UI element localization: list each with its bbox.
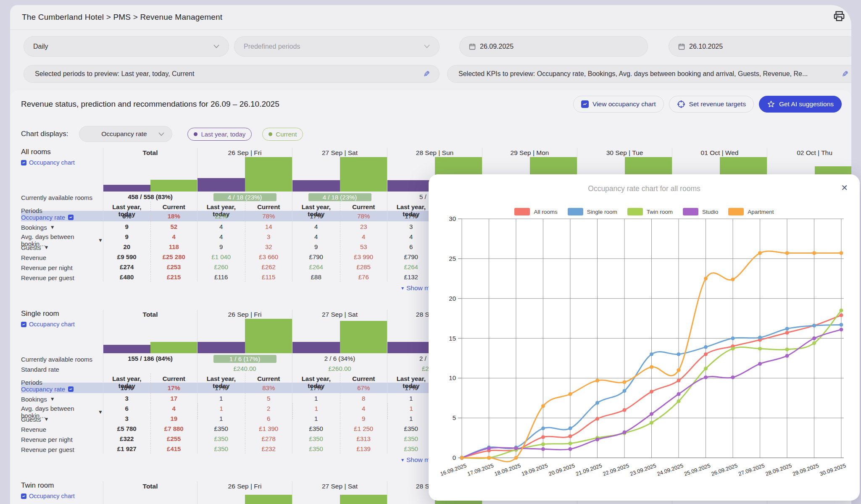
kpi-value-current: 14 xyxy=(245,221,292,231)
legend-pill-current[interactable]: Current xyxy=(262,128,303,141)
kpi-value-current: £25 280 xyxy=(150,252,197,262)
svg-text:30.09.2025: 30.09.2025 xyxy=(819,462,847,477)
kpi-value-current: £3 990 xyxy=(340,252,387,262)
bar-cell xyxy=(197,319,292,353)
kpi-label[interactable]: Guests▼ xyxy=(21,242,103,252)
data-point xyxy=(569,426,572,430)
get-ai-suggestions-button[interactable]: Get AI suggestions xyxy=(759,96,842,113)
data-point xyxy=(785,354,789,358)
kpi-subcells: 15 xyxy=(197,393,292,403)
occupancy-bars xyxy=(103,491,197,504)
edit-pen-icon[interactable]: ✎ xyxy=(423,69,430,79)
kpi-value-current: 6 xyxy=(245,413,292,423)
date-to-field[interactable]: 26.10.2025 xyxy=(669,36,851,57)
kpi-cell: 20118 xyxy=(103,242,197,252)
data-point xyxy=(677,352,681,356)
get-ai-suggestions-label: Get AI suggestions xyxy=(779,100,834,108)
legend-label: Twin room xyxy=(647,209,673,215)
set-revenue-targets-button[interactable]: Set revenue targets xyxy=(669,96,754,113)
kpi-subcells: 19 xyxy=(292,413,387,423)
kpi-subcells: 17%83% xyxy=(197,383,292,393)
kpi-value-last-year: 1 xyxy=(387,413,435,423)
kpi-value-current: £115 xyxy=(245,272,292,282)
data-point xyxy=(650,421,653,425)
data-point xyxy=(595,417,599,421)
caret-down-icon[interactable]: ▼ xyxy=(44,416,49,422)
edit-pen-icon[interactable]: ✎ xyxy=(842,69,848,79)
kpi-label[interactable]: Bookings▼ xyxy=(21,221,103,231)
kpi-value-current: 18% xyxy=(150,211,197,221)
kpi-value-last-year: 17% xyxy=(292,211,340,221)
kpi-value-last-year: 6 xyxy=(387,242,435,252)
legend-pill-last-year[interactable]: Last year, today xyxy=(187,128,252,141)
data-point xyxy=(595,379,599,383)
kpi-label[interactable]: Occupancy rate xyxy=(21,383,103,393)
kpi-value-last-year: £9 590 xyxy=(103,252,150,262)
kpi-value-last-year: 1 xyxy=(197,393,245,403)
kpi-cell: 6%18% xyxy=(103,211,197,221)
svg-text:22.09.2025: 22.09.2025 xyxy=(602,462,630,477)
kpi-cell: £350£278 xyxy=(197,433,292,444)
caret-down-icon[interactable]: ▼ xyxy=(50,224,55,230)
svg-text:24.09.2025: 24.09.2025 xyxy=(656,462,684,477)
close-icon[interactable]: ✕ xyxy=(840,182,849,194)
kpi-subcells: 317 xyxy=(103,393,197,403)
view-occupancy-chart-button[interactable]: View occupancy chart xyxy=(573,96,664,113)
kpi-value-current: 78% xyxy=(245,211,292,221)
kpi-cell: 19 xyxy=(292,413,387,423)
kpi-value-last-year: 17% xyxy=(197,383,245,393)
legend-label: Studio xyxy=(702,209,718,215)
last-year-bar xyxy=(103,345,150,353)
data-point xyxy=(731,278,735,281)
kpi-value-last-year: 17% xyxy=(387,211,435,221)
header-band: The Cumberland Hotel > PMS > Revenue Man… xyxy=(10,5,851,30)
available-rooms-cell: 1 / 6 (17%) xyxy=(197,353,292,363)
calendar-icon xyxy=(678,43,685,50)
svg-text:17.09.2025: 17.09.2025 xyxy=(466,462,494,477)
caret-down-icon[interactable]: ▼ xyxy=(50,396,55,402)
kpi-subcells: £350£278 xyxy=(197,433,292,444)
occupancy-bars xyxy=(103,157,197,192)
svg-text:16.09.2025: 16.09.2025 xyxy=(440,462,467,477)
data-point xyxy=(731,347,735,351)
data-point xyxy=(541,447,545,451)
caret-down-icon[interactable]: ▼ xyxy=(44,244,49,250)
date-from-field[interactable]: 26.09.2025 xyxy=(459,36,648,57)
kpi-label[interactable]: Guests▼ xyxy=(21,413,103,423)
kpi-value-last-year: £5 780 xyxy=(103,423,150,433)
granularity-select[interactable]: Daily xyxy=(24,36,229,57)
kpi-label: Revenue per night xyxy=(21,262,103,272)
kpi-subcells: £1 927£415 xyxy=(103,444,197,454)
kpi-value-current: 23 xyxy=(340,221,387,231)
printer-icon xyxy=(833,10,845,23)
data-point xyxy=(840,309,843,312)
room-type-name: Single room xyxy=(21,310,103,318)
occupancy-bars xyxy=(103,319,197,353)
svg-text:15: 15 xyxy=(449,335,456,342)
kpi-subcells: £9 590£25 280 xyxy=(103,252,197,262)
kpi-subcells: 18 xyxy=(292,393,387,403)
kpi-subcells: £264£285 xyxy=(292,262,387,272)
kpi-value-current: £232 xyxy=(245,444,292,454)
kpi-value-last-year: £350 xyxy=(197,433,245,444)
kpi-value-last-year: £116 xyxy=(197,272,245,282)
predefined-periods-select[interactable]: Predefined periods xyxy=(234,36,440,57)
kpi-subcells: 17%67% xyxy=(292,383,387,393)
kpi-value-current: £255 xyxy=(150,433,197,444)
available-rooms-cell: 4 / 18 (23%) xyxy=(292,192,387,202)
granularity-value: Daily xyxy=(33,43,213,50)
data-point xyxy=(704,277,708,281)
kpi-subcells: £350£232 xyxy=(197,444,292,454)
kpi-label[interactable]: Bookings▼ xyxy=(21,393,103,403)
kpi-value-last-year: 9 xyxy=(197,242,245,252)
kpi-cell: 17%78% xyxy=(292,211,387,221)
data-point xyxy=(595,401,599,405)
occupancy-bars xyxy=(197,319,292,353)
data-point xyxy=(569,441,572,445)
kpi-value-last-year: 1 xyxy=(292,393,340,403)
print-button[interactable] xyxy=(831,8,847,24)
kpi-value-last-year: £264 xyxy=(292,262,340,272)
kpi-cell: £350£139 xyxy=(292,444,387,454)
chart-metric-select[interactable]: Occupancy rate xyxy=(79,126,172,142)
kpi-label[interactable]: Occupancy rate xyxy=(21,211,103,221)
